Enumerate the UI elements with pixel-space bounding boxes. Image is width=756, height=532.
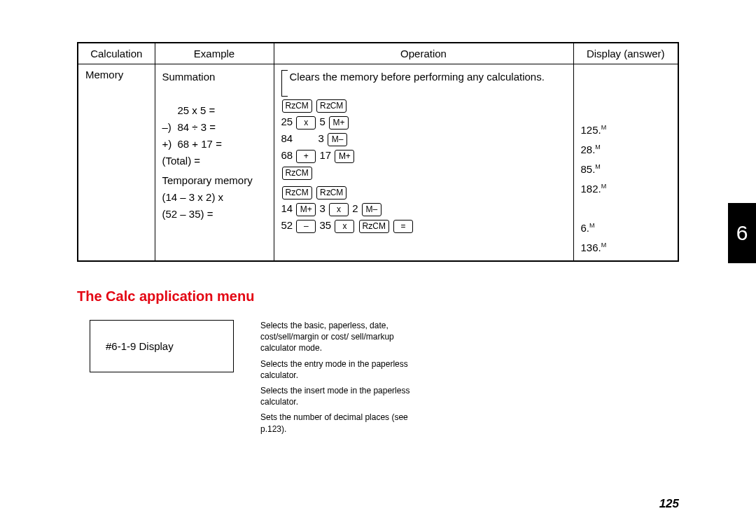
display-box: #6-1-9 Display xyxy=(90,320,234,372)
ans-m: M xyxy=(601,241,607,248)
key-rzcm: RᴢCM xyxy=(282,167,312,180)
key-x: x xyxy=(296,116,316,130)
menu-d4: Sets the number of decimal places (see p… xyxy=(260,412,414,434)
op-52: 52 xyxy=(281,219,293,231)
op-3: 3 xyxy=(320,202,326,214)
ex-tmp: Temporary memory xyxy=(162,172,267,189)
calculation-table: Calculation Example Operation Display (a… xyxy=(77,42,679,262)
key-mplus: M+ xyxy=(329,116,349,130)
key-rzcm: RᴢCM xyxy=(359,220,389,233)
op-17: 17 xyxy=(320,149,332,161)
key-mplus: M+ xyxy=(296,203,316,216)
key-mminus: M– xyxy=(328,133,347,146)
ex-l1: 25 x 5 = xyxy=(178,104,216,116)
menu-d2: Selects the entry mode in the paperless … xyxy=(260,358,414,381)
key-minus: – xyxy=(296,220,316,233)
ex-l3: 68 + 17 = xyxy=(178,138,222,150)
ex-l3-pre: +) xyxy=(162,136,178,153)
key-plus: + xyxy=(296,150,316,163)
key-mminus: M– xyxy=(362,203,382,216)
chapter-thumb-tab: 6 xyxy=(728,203,756,263)
ans-1: 125. xyxy=(581,124,601,136)
op-5: 5 xyxy=(320,115,326,127)
page-number: 125 xyxy=(659,497,679,511)
calc-label: Memory xyxy=(85,69,123,80)
ans-m: M xyxy=(601,124,607,131)
menu-d1: Selects the basic, paperless, date, cost… xyxy=(260,320,414,354)
cell-operation: Clears the memory before performing any … xyxy=(274,64,573,262)
key-rzcm: RᴢCM xyxy=(282,99,312,113)
bracket-icon xyxy=(281,70,288,97)
ans-m: M xyxy=(595,163,601,170)
menu-descriptions: Selects the basic, paperless, date, cost… xyxy=(260,320,414,439)
ans-5: 6. xyxy=(581,222,590,234)
th-operation: Operation xyxy=(274,43,573,64)
ex-l4: (Total) = xyxy=(162,153,267,169)
menu-d3: Selects the insert mode in the paperless… xyxy=(260,385,414,407)
ans-m: M xyxy=(601,183,607,190)
key-rzcm: RᴢCM xyxy=(282,186,312,200)
key-mplus: M+ xyxy=(335,150,354,163)
ex-l5: (14 – 3 x 2) x xyxy=(162,189,267,206)
ans-2: 28. xyxy=(581,144,596,155)
op-35: 35 xyxy=(320,219,332,231)
op-25: 25 xyxy=(281,115,293,127)
table-body-row: Memory Summation 25 x 5 = –)84 ÷ 3 = +)6… xyxy=(78,64,678,262)
ex-summation: Summation xyxy=(162,69,267,85)
ans-4: 182. xyxy=(581,183,601,195)
ans-m: M xyxy=(595,144,601,150)
cell-example: Summation 25 x 5 = –)84 ÷ 3 = +)68 + 17 … xyxy=(155,64,274,262)
th-calculation: Calculation xyxy=(78,43,155,64)
key-rzcm: RᴢCM xyxy=(316,186,346,200)
table-header-row: Calculation Example Operation Display (a… xyxy=(78,43,678,64)
ans-3: 85. xyxy=(581,163,596,175)
clear-note: Clears the memory before performing any … xyxy=(290,69,545,85)
key-eq: = xyxy=(393,220,413,233)
cell-calculation: Memory xyxy=(78,64,155,262)
section-title: The Calc application menu xyxy=(77,288,679,304)
ex-l2-pre: –) xyxy=(162,119,178,136)
ans-6: 136. xyxy=(581,241,601,253)
cell-answer: 125.M 28.M 85.M 182.M 6.M 136.M xyxy=(573,64,678,262)
ans-m: M xyxy=(589,222,595,229)
th-display-answer: Display (answer) xyxy=(573,43,678,64)
op-68: 68 xyxy=(281,149,293,161)
op-84: 84 xyxy=(281,132,293,144)
op-2: 2 xyxy=(352,202,358,214)
menu-row: #6-1-9 Display Selects the basic, paperl… xyxy=(77,320,679,439)
op-14: 14 xyxy=(281,202,293,214)
ex-l2: 84 ÷ 3 = xyxy=(178,121,216,133)
key-x: x xyxy=(335,220,354,233)
ex-l6: (52 – 35) = xyxy=(162,206,267,223)
op-3: 3 xyxy=(318,132,324,144)
key-rzcm: RᴢCM xyxy=(316,99,346,113)
key-x: x xyxy=(329,203,349,216)
th-example: Example xyxy=(155,43,274,64)
